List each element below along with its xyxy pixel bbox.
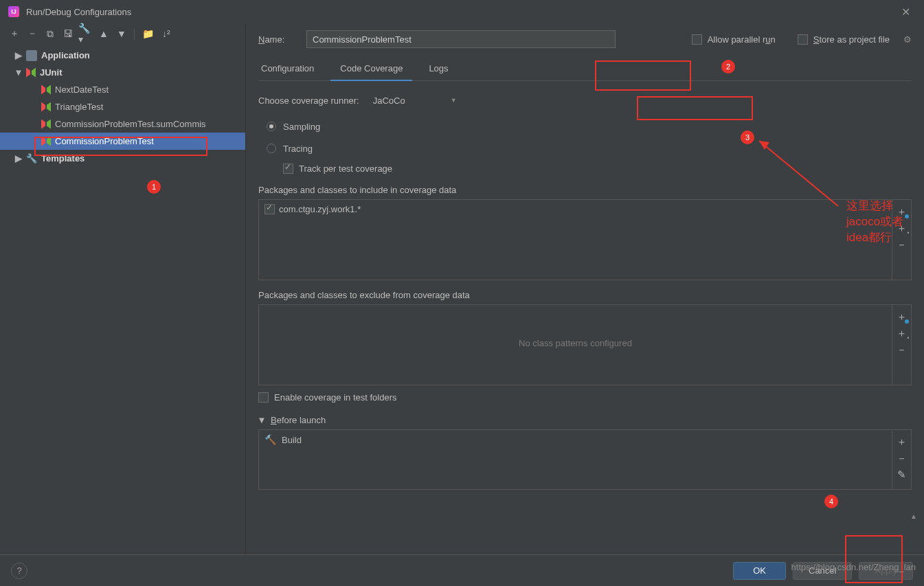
before-launch-label: Before launch xyxy=(271,415,326,425)
remove-icon[interactable]: － xyxy=(896,452,908,464)
checkbox-icon xyxy=(692,34,702,45)
application-icon xyxy=(26,50,37,61)
config-tree: ▶ Application ▼ JUnit NextDateTest Trian… xyxy=(0,44,245,554)
add-icon[interactable]: ＋ xyxy=(896,436,908,448)
coverage-runner-label: Choose coverage runner: xyxy=(258,95,359,106)
name-label: NName:ame: xyxy=(258,34,297,45)
enable-test-folders-checkbox[interactable]: Enable coverage in test folders xyxy=(258,392,912,403)
name-input[interactable] xyxy=(306,30,616,48)
junit-icon xyxy=(41,102,51,112)
hammer-icon: 🔨 xyxy=(264,434,276,445)
select-value: JaCoCo xyxy=(373,95,405,106)
sidebar: ＋ － ⧉ 🖫 🔧▾ ▲ ▼ │ 📁 ↓² ▶ Application ▼ JU… xyxy=(0,23,246,554)
ok-button[interactable]: OK xyxy=(733,562,786,580)
chevron-right-icon: ▶ xyxy=(15,155,22,162)
footer: ? OK Cancel Apply xyxy=(0,554,924,586)
chevron-down-icon: ▼ xyxy=(15,69,22,76)
track-per-test-checkbox[interactable]: Track per test coverage xyxy=(283,164,912,174)
include-item[interactable]: com.ctgu.zyj.work1.* xyxy=(264,204,886,214)
app-icon: IJ xyxy=(8,6,19,17)
chevron-down-icon: ▼ xyxy=(451,97,457,104)
checkbox-icon xyxy=(264,204,275,214)
sidebar-toolbar: ＋ － ⧉ 🖫 🔧▾ ▲ ▼ │ 📁 ↓² xyxy=(0,23,245,44)
radio-tracing[interactable]: Tracing xyxy=(267,137,912,159)
window-title: Run/Debug Configurations xyxy=(26,7,131,17)
radio-sampling[interactable]: Sampling xyxy=(267,115,912,137)
copy-icon[interactable]: ⧉ xyxy=(43,26,58,41)
wrench-icon: 🔧 xyxy=(26,153,37,164)
tree-item[interactable]: TriangleTest xyxy=(0,98,245,115)
cancel-button[interactable]: Cancel xyxy=(793,562,852,580)
help-button[interactable]: ? xyxy=(11,563,27,579)
remove-icon[interactable]: － xyxy=(896,343,908,356)
item-text: Build xyxy=(282,435,302,445)
radio-icon xyxy=(267,122,276,131)
coverage-runner-select[interactable]: JaCoCo ▼ xyxy=(368,92,462,109)
expand-up-icon[interactable]: ▲ xyxy=(910,512,917,520)
tab-logs[interactable]: Logs xyxy=(426,58,451,80)
include-label: Packages and classes to include in cover… xyxy=(258,185,912,195)
tree-node-templates[interactable]: ▶ 🔧 Templates xyxy=(0,150,245,167)
allow-parallel-checkbox[interactable]: Allow parallel run xyxy=(692,34,776,45)
tree-item[interactable]: NextDateTest xyxy=(0,81,245,98)
tab-configuration[interactable]: Configuration xyxy=(258,58,317,80)
tree-label: CommissionProblemTest xyxy=(55,136,154,146)
tree-label: Templates xyxy=(41,153,84,164)
wrench-icon[interactable]: 🔧▾ xyxy=(78,26,93,41)
store-project-checkbox[interactable]: Store as project file xyxy=(798,34,890,45)
junit-icon xyxy=(41,85,51,95)
add-package-icon[interactable]: ＋▪ xyxy=(896,327,908,339)
exclude-label: Packages and classes to exclude from cov… xyxy=(258,290,912,300)
add-class-icon[interactable]: ＋ xyxy=(896,311,908,323)
tree-node-application[interactable]: ▶ Application xyxy=(0,47,245,64)
exclude-list: No class patterns configured ＋ ＋▪ － xyxy=(258,304,912,385)
checkbox-label: Enable coverage in test folders xyxy=(274,392,397,403)
folder-icon[interactable]: 📁 xyxy=(141,26,156,41)
chevron-down-icon[interactable]: ▼ xyxy=(258,417,265,424)
junit-icon xyxy=(26,68,36,78)
tree-label: Application xyxy=(41,50,90,60)
tree-label: TriangleTest xyxy=(55,102,103,112)
tabs: Configuration Code Coverage Logs xyxy=(258,58,912,81)
before-launch-list: 🔨 Build ＋ － ✎ xyxy=(258,429,912,490)
include-list: com.ctgu.zyj.work1.* ＋ ＋▪ － xyxy=(258,199,912,280)
annotation-text: 这里选择jacoco或者idea都行 xyxy=(846,198,924,245)
checkbox-label: Track per test coverage xyxy=(299,164,392,174)
item-text: com.ctgu.zyj.work1.* xyxy=(279,204,361,214)
down-icon[interactable]: ▼ xyxy=(114,26,129,41)
empty-text: No class patterns configured xyxy=(264,338,886,348)
junit-icon xyxy=(41,137,51,146)
up-icon[interactable]: ▲ xyxy=(96,26,111,41)
tab-code-coverage[interactable]: Code Coverage xyxy=(337,58,405,80)
tree-node-junit[interactable]: ▼ JUnit xyxy=(0,64,245,81)
radio-label: Sampling xyxy=(283,122,320,132)
titlebar: IJ Run/Debug Configurations ✕ xyxy=(0,0,924,23)
tree-item[interactable]: CommissionProblemTest.sumCommis xyxy=(0,115,245,133)
build-item[interactable]: 🔨 Build xyxy=(264,434,886,445)
checkbox-label: Store as project file xyxy=(813,34,890,45)
junit-icon xyxy=(41,120,51,129)
apply-button[interactable]: Apply xyxy=(859,562,913,580)
remove-icon[interactable]: － xyxy=(25,26,40,41)
radio-icon xyxy=(267,144,276,153)
main-panel: NName:ame: Allow parallel run Store as p… xyxy=(246,23,924,554)
checkbox-icon xyxy=(258,392,269,403)
checkbox-icon xyxy=(283,164,293,174)
tree-label: JUnit xyxy=(40,67,63,78)
radio-label: Tracing xyxy=(283,144,313,154)
save-icon[interactable]: 🖫 xyxy=(60,26,76,41)
chevron-right-icon: ▶ xyxy=(15,52,22,59)
checkbox-icon xyxy=(798,34,808,45)
gear-icon[interactable]: ⚙ xyxy=(903,34,912,45)
tree-item-selected[interactable]: CommissionProblemTest xyxy=(0,133,245,150)
add-icon[interactable]: ＋ xyxy=(7,26,22,41)
edit-icon[interactable]: ✎ xyxy=(896,469,908,481)
checkbox-label: Allow parallel run xyxy=(708,34,776,45)
tree-label: CommissionProblemTest.sumCommis xyxy=(55,119,206,129)
tree-label: NextDateTest xyxy=(55,84,109,95)
sort-icon[interactable]: ↓² xyxy=(159,26,174,41)
close-icon[interactable]: ✕ xyxy=(896,3,916,21)
